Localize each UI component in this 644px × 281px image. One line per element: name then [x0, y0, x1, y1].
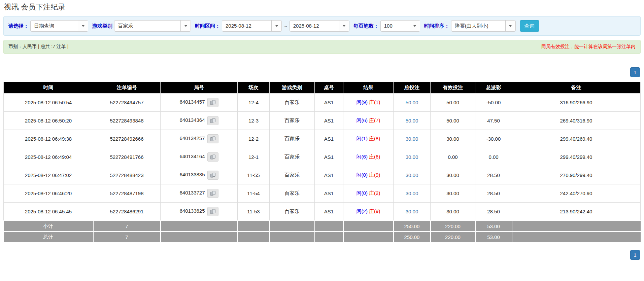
banker-result: 庄(2)	[369, 190, 380, 196]
valid-bet-cell: 50.00	[431, 94, 475, 112]
valid-bet-cell: 30.00	[431, 184, 475, 203]
column-header: 总派彩	[475, 82, 512, 94]
session-cell: 12-1	[238, 148, 270, 166]
round-number-cell: 640134257	[161, 130, 238, 148]
round-number-cell: 640133625	[161, 203, 238, 221]
result-cell: 闲(1) 庄(8)	[343, 130, 394, 148]
bet-number-cell: 522728492666	[93, 130, 161, 148]
summary-empty-cell	[270, 221, 315, 232]
table-number-cell: AS1	[315, 166, 343, 184]
header-row: 时间注单编号局号场次游戏类别桌号结果总投注有效投注总派彩备注	[4, 82, 641, 94]
note-cell: 242.40/270.90	[512, 184, 641, 203]
column-header: 局号	[161, 82, 238, 94]
caret-down-icon	[184, 25, 187, 27]
date-from-caret-button[interactable]	[271, 21, 281, 31]
round-detail-button[interactable]	[207, 98, 218, 107]
table-row: 2025-08-12 06:46:20522728487198640133727…	[4, 184, 641, 203]
column-header: 结果	[343, 82, 394, 94]
summary-count-cell: 7	[93, 221, 161, 232]
total-bet-link[interactable]: 50.00	[406, 100, 418, 105]
query-type-select[interactable]: 日期查询	[30, 20, 88, 32]
table-body: 2025-08-12 06:50:54522728494757640134457…	[4, 94, 641, 221]
page-1-button[interactable]: 1	[630, 67, 640, 77]
banker-result: 庄(1)	[369, 99, 380, 105]
total-bet-link[interactable]: 30.00	[406, 190, 418, 196]
result-cell: 闲(0) 庄(9)	[343, 166, 394, 184]
game-type-cell: 百家乐	[270, 203, 315, 221]
session-cell: 11-54	[238, 184, 270, 203]
date-from-select[interactable]: 2025-08-12	[222, 20, 282, 32]
round-detail-button[interactable]	[207, 116, 218, 125]
date-range-separator: ~	[284, 23, 287, 29]
summary-empty-cell	[315, 232, 343, 242]
caret-down-icon	[275, 25, 278, 27]
column-header: 游戏类别	[270, 82, 315, 94]
table-number-cell: AS1	[315, 130, 343, 148]
query-type-label: 请选择：	[8, 23, 29, 29]
round-number-cell: 640134457	[161, 94, 238, 112]
total-bet-link[interactable]: 30.00	[406, 172, 418, 178]
total-bet-link[interactable]: 50.00	[406, 118, 418, 124]
page-1-button[interactable]: 1	[630, 250, 640, 260]
round-detail-button[interactable]	[207, 152, 218, 162]
round-number-cell: 640133835	[161, 166, 238, 184]
query-type-caret-button[interactable]	[78, 21, 88, 31]
page-size-caret-button[interactable]	[410, 21, 420, 31]
total-row: 总计7250.00220.0053.00	[4, 232, 641, 242]
game-type-caret-button[interactable]	[180, 21, 191, 31]
round-detail-button[interactable]	[207, 207, 218, 216]
round-number: 640134257	[179, 135, 205, 141]
column-header: 注单编号	[93, 82, 161, 94]
game-type-select[interactable]: 百家乐	[114, 20, 191, 32]
payout-cell: 28.50	[475, 166, 512, 184]
date-to-value: 2025-08-12	[290, 21, 339, 31]
column-header: 总投注	[394, 82, 431, 94]
note-cell: 270.90/299.40	[512, 166, 641, 184]
session-cell: 11-53	[238, 203, 270, 221]
date-to-select[interactable]: 2025-08-12	[290, 20, 349, 32]
total-bet-cell: 30.00	[394, 130, 431, 148]
total-bet-cell: 30.00	[394, 203, 431, 221]
cards-icon	[210, 173, 216, 178]
table-row: 2025-08-12 06:45:45522728486291640133625…	[4, 203, 641, 221]
payout-cell: -50.00	[475, 94, 512, 112]
pagination-top: 1	[3, 67, 640, 77]
total-bet-link[interactable]: 30.00	[406, 154, 418, 160]
caret-down-icon	[343, 25, 345, 27]
total-bet-link[interactable]: 30.00	[406, 209, 418, 214]
summary-empty-cell	[343, 232, 394, 242]
game-type-cell: 百家乐	[270, 166, 315, 184]
round-number: 640134364	[179, 117, 205, 123]
bet-number-cell: 522728491766	[93, 148, 161, 166]
sort-order-caret-button[interactable]	[505, 21, 515, 31]
player-result: 闲(9)	[357, 99, 368, 105]
round-detail-button[interactable]	[207, 189, 218, 198]
pagination-bottom: 1	[3, 250, 640, 260]
note-cell: 299.40/269.40	[512, 130, 641, 148]
payout-cell: 28.50	[475, 203, 512, 221]
total-bet-link[interactable]: 30.00	[406, 136, 418, 142]
date-to-caret-button[interactable]	[339, 21, 349, 31]
date-from-value: 2025-08-12	[222, 21, 271, 31]
sort-order-value: 降幂(由大到小)	[451, 21, 505, 31]
round-number: 640134457	[179, 99, 205, 105]
note-cell: 269.40/316.90	[512, 112, 641, 130]
sort-order-select[interactable]: 降幂(由大到小)	[451, 20, 516, 32]
session-cell: 12-3	[238, 112, 270, 130]
time-cell: 2025-08-12 06:46:20	[4, 184, 93, 203]
round-detail-button[interactable]	[207, 134, 218, 143]
total-bet-cell: 50.00	[394, 94, 431, 112]
page-size-select[interactable]: 100	[380, 20, 420, 32]
session-cell: 11-55	[238, 166, 270, 184]
summary-empty-cell	[238, 232, 270, 242]
bet-number-cell: 522728488423	[93, 166, 161, 184]
search-button[interactable]: 查询	[520, 20, 539, 32]
payout-cell: 47.50	[475, 112, 512, 130]
bet-records-table: 时间注单编号局号场次游戏类别桌号结果总投注有效投注总派彩备注 2025-08-1…	[3, 82, 641, 243]
bet-number-cell: 522728486291	[93, 203, 161, 221]
round-number-cell: 640134164	[161, 148, 238, 166]
game-type-cell: 百家乐	[270, 130, 315, 148]
caret-down-icon	[413, 25, 416, 27]
round-detail-button[interactable]	[207, 171, 218, 180]
game-type-label: 游戏类别	[92, 23, 112, 29]
